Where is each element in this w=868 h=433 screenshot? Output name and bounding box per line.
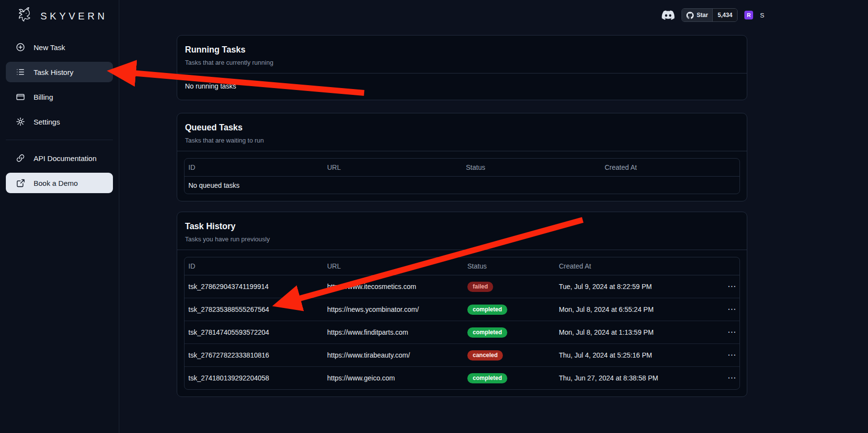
- sidebar-secondary-nav: API Documentation Book a Demo: [6, 140, 113, 193]
- queued-tasks-empty-state: No queued tasks: [185, 177, 739, 194]
- credit-card-icon: [16, 92, 25, 102]
- card-subtitle: Tasks that are waiting to run: [185, 137, 738, 144]
- task-status-cell: failed: [463, 282, 555, 292]
- ellipsis-menu-button[interactable]: ⋯: [725, 282, 739, 291]
- sidebar-item-new-task[interactable]: New Task: [6, 37, 113, 57]
- column-header-created-at: Created At: [555, 262, 724, 270]
- sidebar-item-label: API Documentation: [34, 154, 96, 162]
- task-id: tsk_278235388555267564: [185, 306, 323, 313]
- logo[interactable]: SKYVERN: [13, 5, 112, 27]
- github-icon: [686, 12, 694, 19]
- sidebar-item-label: Book a Demo: [34, 179, 78, 187]
- ellipsis-menu-button[interactable]: ⋯: [725, 328, 739, 337]
- status-badge: failed: [467, 282, 493, 292]
- user-label: S: [760, 12, 764, 19]
- queued-tasks-card: Queued Tasks Tasks that are waiting to r…: [177, 113, 747, 201]
- sidebar-item-task-history[interactable]: Task History: [6, 62, 113, 82]
- column-header-status: Status: [463, 262, 555, 270]
- sidebar-item-settings[interactable]: Settings: [6, 111, 113, 132]
- task-history-header: Task History Tasks you have run previous…: [177, 212, 747, 250]
- task-created-at: Mon, Jul 8, 2024 at 6:55:24 PM: [555, 306, 724, 313]
- task-url: https://www.itecosmetics.com: [323, 283, 463, 290]
- topbar: Star 5,434 R S: [662, 8, 764, 22]
- link-icon: [16, 153, 25, 163]
- task-history-card: Task History Tasks you have run previous…: [177, 212, 747, 397]
- skyvern-dragon-icon: [13, 5, 34, 27]
- status-badge: completed: [467, 305, 507, 315]
- avatar[interactable]: R: [744, 11, 753, 19]
- sidebar-nav: New Task Task History Billing: [0, 37, 119, 132]
- table-row[interactable]: tsk_276727822333810816 https://www.tirab…: [185, 344, 739, 367]
- table-header-row: ID URL Status Created At: [185, 159, 739, 177]
- ellipsis-menu-button[interactable]: ⋯: [725, 351, 739, 360]
- task-url: https://www.tirabeauty.com/: [323, 351, 463, 359]
- task-created-at: Tue, Jul 9, 2024 at 8:22:59 PM: [555, 283, 724, 290]
- task-status-cell: canceled: [463, 350, 555, 361]
- task-status-cell: completed: [463, 327, 555, 338]
- row-actions: ⋯: [724, 282, 739, 291]
- table-row[interactable]: tsk_274180139292204058 https://www.geico…: [185, 367, 739, 389]
- column-header-created-at: Created At: [601, 163, 739, 171]
- task-created-at: Thu, Jun 27, 2024 at 8:38:58 PM: [555, 374, 724, 382]
- task-id: tsk_278629043741199914: [185, 283, 323, 290]
- github-star-label: Star: [697, 12, 708, 18]
- task-status-cell: completed: [463, 305, 555, 315]
- task-url: https://www.geico.com: [323, 374, 463, 382]
- task-id: tsk_276727822333810816: [185, 351, 323, 359]
- external-link-icon: [16, 178, 25, 188]
- row-actions: ⋯: [724, 328, 739, 337]
- sidebar-item-api-documentation[interactable]: API Documentation: [6, 148, 113, 168]
- github-star-count: 5,434: [712, 9, 737, 21]
- plus-circle-icon: [16, 42, 25, 52]
- status-badge: completed: [467, 373, 507, 383]
- sidebar-item-billing[interactable]: Billing: [6, 87, 113, 107]
- task-url: https://www.finditparts.com: [323, 328, 463, 336]
- task-url: https://news.ycombinator.com/: [323, 306, 463, 313]
- sidebar-item-label: New Task: [34, 43, 65, 52]
- row-actions: ⋯: [724, 374, 739, 382]
- card-title: Task History: [185, 220, 738, 232]
- task-id: tsk_278147405593572204: [185, 328, 323, 336]
- ellipsis-menu-button[interactable]: ⋯: [725, 305, 739, 314]
- row-actions: ⋯: [724, 305, 739, 314]
- running-tasks-empty-state: No running tasks: [184, 80, 740, 93]
- task-status-cell: completed: [463, 373, 555, 383]
- queued-tasks-header: Queued Tasks Tasks that are waiting to r…: [177, 113, 747, 151]
- card-subtitle: Tasks that are currently running: [185, 59, 738, 66]
- app-root: SKYVERN New Task Task History: [0, 0, 868, 433]
- queued-tasks-table: ID URL Status Created At No queued tasks: [184, 158, 740, 194]
- main-content: Star 5,434 R S Running Tasks Tasks that …: [120, 0, 868, 433]
- table-row[interactable]: tsk_278147405593572204 https://www.findi…: [185, 321, 739, 344]
- row-actions: ⋯: [724, 351, 739, 360]
- task-id: tsk_274180139292204058: [185, 374, 323, 382]
- sidebar-item-label: Task History: [34, 68, 74, 76]
- github-star-button[interactable]: Star 5,434: [682, 8, 738, 22]
- sidebar-item-label: Settings: [34, 118, 60, 126]
- table-row[interactable]: tsk_278629043741199914 https://www.iteco…: [185, 275, 739, 298]
- task-created-at: Thu, Jul 4, 2024 at 5:25:16 PM: [555, 351, 724, 359]
- table-header-row: ID URL Status Created At: [185, 257, 739, 275]
- card-subtitle: Tasks you have run previously: [185, 235, 738, 243]
- status-badge: canceled: [467, 350, 503, 361]
- task-history-table: ID URL Status Created At tsk_27862904374…: [184, 257, 740, 390]
- status-badge: completed: [467, 327, 507, 338]
- column-header-url: URL: [323, 163, 462, 171]
- gear-icon: [16, 117, 25, 126]
- discord-icon[interactable]: [662, 10, 675, 20]
- column-header-id: ID: [185, 262, 323, 270]
- running-tasks-header: Running Tasks Tasks that are currently r…: [177, 36, 747, 73]
- column-header-status: Status: [462, 163, 601, 171]
- brand-name: SKYVERN: [40, 11, 108, 22]
- ellipsis-menu-button[interactable]: ⋯: [725, 374, 739, 382]
- book-a-demo-button[interactable]: Book a Demo: [6, 173, 113, 193]
- column-header-url: URL: [323, 262, 463, 270]
- task-created-at: Mon, Jul 8, 2024 at 1:13:59 PM: [555, 328, 724, 336]
- card-title: Running Tasks: [185, 44, 738, 55]
- card-title: Queued Tasks: [185, 122, 738, 133]
- running-tasks-card: Running Tasks Tasks that are currently r…: [177, 35, 747, 100]
- table-row[interactable]: tsk_278235388555267564 https://news.ycom…: [185, 298, 739, 321]
- list-icon: [16, 67, 25, 77]
- column-header-id: ID: [185, 163, 323, 171]
- sidebar-item-label: Billing: [34, 93, 53, 101]
- sidebar: SKYVERN New Task Task History: [0, 0, 119, 433]
